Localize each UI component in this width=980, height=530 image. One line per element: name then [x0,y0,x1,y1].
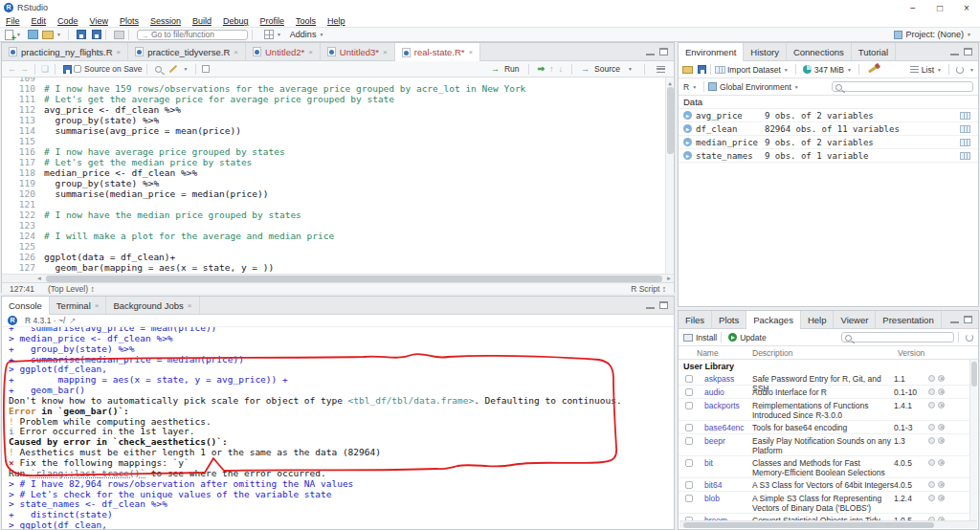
clear-objects-icon[interactable] [868,65,878,73]
open-file-icon[interactable] [42,31,54,39]
package-name-link[interactable]: backports [704,401,752,410]
editor-horizontal-scrollbar[interactable]: ◄► [2,274,674,282]
close-tab-icon[interactable]: × [95,301,100,310]
run-icon[interactable]: → [491,64,500,74]
minimize-button[interactable]: − [900,3,926,13]
pane-layout-caret-icon[interactable]: ▼ [277,32,281,37]
menu-file[interactable]: File [0,16,26,26]
tab-packages[interactable]: Packages [746,311,801,329]
remove-package-icon[interactable] [938,375,945,382]
code-tools-icon[interactable] [168,65,176,73]
expand-object-icon[interactable]: ▶ [683,124,692,133]
minimize-pane-icon[interactable] [950,317,959,323]
menu-build[interactable]: Build [187,16,217,26]
refresh-packages-icon[interactable] [966,334,973,342]
environment-search[interactable] [832,81,973,92]
code-editor[interactable]: 109110# I now have 159 rows/observations… [2,77,674,274]
console-output[interactable]: + summarise(avg_price = mean(price))> me… [2,327,674,529]
find-replace-icon[interactable] [155,66,162,73]
refresh-caret-icon[interactable]: ▼ [969,67,974,73]
addins-caret-icon[interactable]: ▼ [319,32,323,37]
package-name-link[interactable]: askpass [704,374,752,384]
tab-plots[interactable]: Plots [712,311,746,328]
package-website-icon[interactable] [928,481,935,488]
remove-package-icon[interactable] [938,402,945,409]
import-caret-icon[interactable]: ▼ [784,67,789,73]
package-checkbox[interactable] [685,495,693,502]
refresh-environment-icon[interactable] [956,66,964,74]
forward-icon[interactable]: → [18,64,31,74]
project-menu[interactable]: Project: (None) ▼ [894,30,974,39]
maximize-button[interactable]: □ [926,3,953,13]
menu-profile[interactable]: Profile [255,16,291,26]
view-table-icon[interactable] [960,152,970,160]
maximize-pane-icon[interactable] [659,301,668,309]
tab-practicing-ny-flights-r[interactable]: practicing_ny_flights.R× [2,43,128,60]
packages-search[interactable] [841,332,954,342]
menu-help[interactable]: Help [322,16,351,26]
language-caret-icon[interactable]: ▼ [692,84,697,90]
open-file-caret-icon[interactable]: ▼ [56,32,61,37]
maximize-pane-icon[interactable] [964,48,972,55]
remove-package-icon[interactable] [938,424,945,431]
environment-object-row[interactable]: ▶df_clean82964 obs. of 11 variables [679,122,978,136]
package-checkbox[interactable] [685,459,693,467]
package-name-link[interactable]: beepr [704,436,752,446]
memory-caret-icon[interactable]: ▼ [847,67,852,73]
view-table-icon[interactable] [960,125,970,133]
packages-horizontal-scrollbar[interactable] [679,520,977,528]
tab-console[interactable]: Console [2,297,50,315]
save-icon[interactable] [77,30,86,39]
tab-history[interactable]: History [744,43,787,60]
package-website-icon[interactable] [928,437,935,444]
scope-selector[interactable]: (Top Level) ↕ [34,284,95,294]
language-selector[interactable]: R [683,82,689,92]
package-name-link[interactable]: bit [704,458,752,468]
menu-plots[interactable]: Plots [114,16,145,26]
source-caret-icon[interactable]: ▼ [628,66,633,72]
tab-presentation[interactable]: Presentation [876,311,941,328]
menu-code[interactable]: Code [52,16,84,26]
save-file-icon[interactable] [63,65,72,74]
goto-file-input[interactable] [137,30,248,40]
tab-untitled3-[interactable]: Untitled3*× [321,43,395,60]
new-file-caret-icon[interactable]: ▼ [16,32,21,37]
column-description[interactable]: Description [752,348,894,358]
source-button[interactable]: Source [594,64,620,74]
list-caret-icon[interactable]: ▼ [937,67,942,73]
close-tab-icon[interactable]: × [234,48,238,56]
addins-menu[interactable]: Addins [290,30,317,39]
package-website-icon[interactable] [928,402,935,409]
tab-background-jobs[interactable]: Background Jobs× [106,297,199,314]
back-icon[interactable]: ← [6,64,18,74]
update-button[interactable]: Update [740,333,766,342]
tab-help[interactable]: Help [801,311,835,328]
minimize-pane-icon[interactable] [646,302,655,309]
package-name-link[interactable]: audio [704,387,752,397]
popout-icon[interactable]: ❏ [39,64,51,74]
save-all-icon[interactable] [92,30,101,39]
package-checkbox[interactable] [685,402,693,409]
minimize-pane-icon[interactable] [950,49,959,55]
view-table-icon[interactable] [960,139,970,146]
new-file-icon[interactable] [5,30,13,40]
column-version[interactable]: Version [898,348,924,358]
menu-tools[interactable]: Tools [290,16,322,26]
package-name-link[interactable]: blob [704,494,752,503]
remove-package-icon[interactable] [938,437,945,444]
menu-view[interactable]: View [84,16,114,26]
column-name[interactable]: Name [697,348,752,358]
list-view-label[interactable]: List [922,65,934,75]
open-session-icon[interactable]: ↗ [69,316,76,325]
up-arrow-icon[interactable]: ↑ [549,64,554,74]
remove-package-icon[interactable] [938,481,945,488]
code-tools-caret-icon[interactable]: ▼ [184,66,189,72]
tab-viewer[interactable]: Viewer [834,311,876,328]
new-project-icon[interactable] [28,30,38,39]
package-name-link[interactable]: bit64 [704,480,752,490]
source-icon[interactable]: → [581,64,590,74]
expand-object-icon[interactable]: ▶ [683,111,692,120]
rerun-icon[interactable]: ⇒ [538,64,546,74]
environment-object-row[interactable]: ▶avg_price9 obs. of 2 variables [679,109,978,122]
expand-object-icon[interactable]: ▶ [683,138,692,146]
